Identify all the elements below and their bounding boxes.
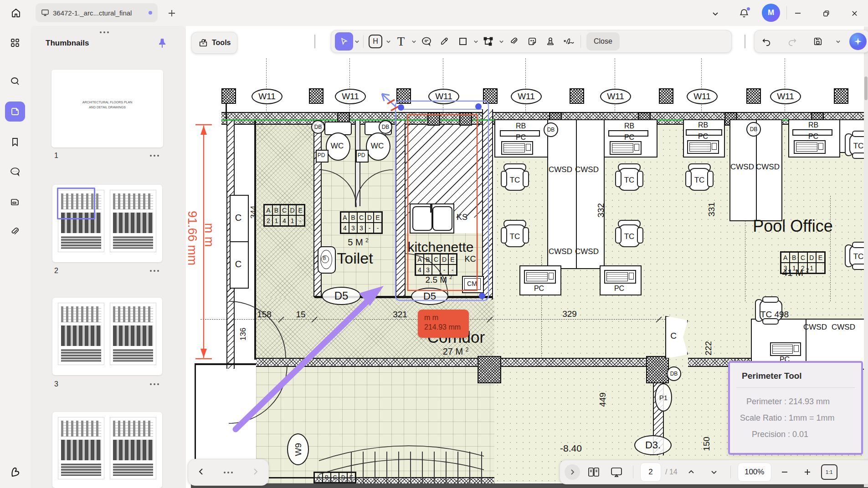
notification-dot — [747, 7, 750, 10]
fit-actual-size-button[interactable]: 1:1 — [821, 464, 837, 480]
pool-office-name: Pool Office — [753, 218, 832, 234]
column-block — [478, 356, 501, 383]
thumbnail-page-1[interactable]: ARCHITECTURAL FLOORS PLAN AND DETAIL DRA… — [51, 70, 163, 147]
grid-bubble: W11 — [777, 92, 794, 102]
save-button[interactable] — [809, 32, 827, 51]
finish-table: ABCDE — [313, 472, 356, 483]
pc-label: PC — [614, 285, 624, 292]
pd-label: PD — [358, 152, 365, 158]
zoom-in-button[interactable] — [798, 463, 817, 481]
comment-bubble-icon — [421, 36, 432, 46]
dim-15: 15 — [296, 310, 305, 319]
thumbnail-page-2[interactable] — [52, 185, 162, 262]
comment-tool-button[interactable] — [417, 32, 436, 51]
kc-label: KC — [464, 255, 476, 263]
presentation-button[interactable] — [607, 463, 626, 481]
maximize-button[interactable] — [819, 6, 833, 20]
close-tools-button[interactable]: Close — [586, 32, 620, 51]
cwsd-label: CWSD — [575, 166, 599, 173]
home-button[interactable] — [7, 4, 25, 21]
dim-449: 449 — [598, 392, 607, 407]
shape-tool-dropdown[interactable] — [472, 32, 479, 51]
next-view-button[interactable] — [251, 468, 259, 478]
grid-line — [785, 58, 785, 113]
measure-tool-dropdown[interactable] — [498, 32, 505, 51]
signature-tool-button[interactable] — [560, 32, 578, 51]
cwsd-label: CWSD — [832, 323, 855, 331]
new-tab-button[interactable] — [165, 6, 179, 20]
db-label: DB — [314, 124, 322, 130]
cover-line-1: ARCHITECTURAL FLOORS PLAN — [51, 100, 163, 105]
wall-tie — [427, 112, 440, 126]
pd-label: PD — [318, 152, 325, 158]
restore-icon — [822, 10, 830, 17]
perimeter-row: Perimeter : 214.93 mm — [730, 393, 861, 410]
p1-bubble: P1 — [659, 394, 668, 402]
page-more-button[interactable] — [150, 155, 159, 157]
tc-label: TC — [853, 253, 864, 260]
nav-more-button[interactable] — [224, 472, 233, 473]
db-label: DB — [547, 127, 555, 133]
save-dropdown[interactable] — [835, 32, 842, 51]
document-canvas[interactable]: W11 W11 W11 W11 W11 W11 W11 — [186, 26, 868, 488]
corridor-bottom-wall — [256, 358, 478, 367]
minimize-button[interactable] — [791, 6, 805, 20]
viewport-indicator[interactable] — [57, 188, 95, 219]
minimize-icon — [794, 10, 801, 17]
grid-bubble: W11 — [693, 92, 711, 102]
undo-button[interactable] — [757, 32, 776, 51]
text-tool-dropdown[interactable] — [410, 32, 417, 51]
highlighter-tool-button[interactable] — [436, 32, 454, 51]
attachments-button[interactable] — [5, 222, 25, 242]
close-window-button[interactable] — [847, 6, 861, 20]
divider — [363, 35, 364, 48]
select-tool-dropdown[interactable] — [353, 32, 360, 51]
highlight-style-tool-button[interactable]: H — [366, 32, 385, 51]
bookmarks-button[interactable] — [5, 132, 25, 152]
previous-page-button[interactable] — [682, 463, 700, 481]
search-button[interactable] — [5, 71, 25, 92]
app-logo[interactable] — [5, 462, 25, 482]
measure-tool-button[interactable] — [479, 32, 498, 51]
thumbnail-page-3[interactable] — [52, 298, 162, 375]
zoom-level-input[interactable]: 100% — [738, 463, 771, 481]
avatar[interactable]: M — [762, 4, 780, 22]
attach-file-tool-button[interactable] — [505, 32, 523, 51]
notifications-button[interactable] — [736, 5, 752, 21]
rb-label: RB — [516, 122, 526, 130]
thumbnails-tab-button[interactable] — [5, 102, 25, 122]
zoom-out-button[interactable] — [776, 463, 794, 481]
column-block — [483, 88, 498, 104]
page-layout-button[interactable] — [585, 463, 603, 481]
tc498-label: TC 498 — [760, 310, 789, 319]
text-tool-button[interactable]: T — [392, 32, 410, 51]
page-number-input[interactable]: 2 — [641, 463, 661, 481]
page-more-button[interactable] — [150, 383, 159, 385]
tab-title: 36472-1._arc...ctural_final — [53, 9, 145, 17]
pages-button[interactable] — [5, 192, 25, 212]
prev-view-button[interactable] — [197, 468, 205, 478]
sticker-tool-button[interactable] — [523, 32, 541, 51]
stamp-icon — [545, 36, 555, 46]
thumbnail-page-4[interactable] — [52, 412, 162, 488]
pin-button[interactable] — [157, 38, 167, 49]
next-page-button[interactable] — [705, 463, 723, 481]
page-more-button[interactable] — [150, 270, 159, 272]
app-menu-button[interactable] — [5, 33, 25, 53]
rectangle-tool-button[interactable] — [454, 32, 472, 51]
app-logo-icon — [9, 466, 21, 478]
expand-bar-button[interactable] — [565, 464, 580, 480]
comments-button[interactable] — [5, 162, 25, 182]
panel-drag-handle[interactable] — [100, 31, 109, 33]
scrollbar-thumb[interactable] — [864, 76, 868, 100]
tools-button[interactable]: Tools — [191, 32, 237, 54]
stamp-tool-button[interactable] — [541, 32, 560, 51]
heading-icon: H — [369, 35, 382, 48]
heading-tool-dropdown[interactable] — [385, 32, 392, 51]
tabs-dropdown-button[interactable] — [709, 7, 722, 20]
save-icon — [813, 36, 823, 46]
redo-button[interactable] — [783, 32, 801, 51]
ai-assistant-button[interactable] — [849, 33, 867, 50]
select-tool-button[interactable] — [335, 32, 353, 51]
document-tab[interactable]: 36472-1._arc...ctural_final — [36, 3, 158, 22]
